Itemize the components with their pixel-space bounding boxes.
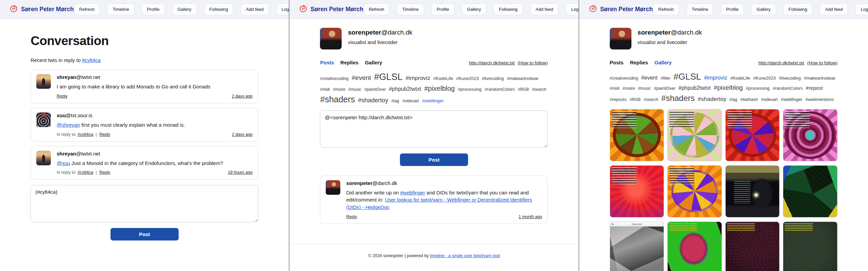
profile-tab[interactable]: Replies	[630, 60, 648, 65]
gallery-image[interactable]	[667, 165, 722, 217]
reply-link[interactable]: Reply	[99, 170, 110, 175]
twt-author[interactable]: sorenpeter@darch.dk	[346, 180, 542, 186]
hashtag-link[interactable]: #randomColors	[773, 86, 803, 91]
nav-button[interactable]: Timeline	[686, 3, 714, 15]
hashtag-link[interactable]: #KodeLife	[433, 76, 453, 82]
gallery-image[interactable]	[783, 222, 837, 271]
post-button[interactable]: Post	[400, 153, 468, 166]
hashtag-link[interactable]: #repost	[806, 85, 823, 91]
hashtag-link[interactable]: #livecoding	[779, 76, 801, 81]
hashtag-link[interactable]: #shadertoy	[698, 96, 726, 103]
nav-button[interactable]: Gallery	[462, 3, 486, 15]
reply-link[interactable]: Reply	[57, 94, 67, 99]
hashtag-link[interactable]: #videoart	[761, 97, 778, 103]
inline-link[interactable]: User lookup for twtxt/yarn - Webfinger o…	[346, 197, 532, 210]
hashtag-link[interactable]: #music	[348, 87, 361, 92]
gallery-image[interactable]	[610, 165, 664, 217]
hashtag-link[interactable]: #paintOver	[364, 87, 386, 92]
hashtag-link[interactable]: #midi	[320, 87, 330, 92]
nav-button[interactable]: Profile	[721, 3, 744, 15]
hashtag-link[interactable]: #tag	[729, 97, 737, 103]
twtxt-feed-link[interactable]: http://darch.dk/twtxt.txt	[759, 60, 804, 65]
profile-tab[interactable]: Posts	[610, 60, 624, 65]
nav-button[interactable]: Following	[493, 3, 523, 15]
reply-link[interactable]: Reply	[346, 214, 357, 219]
inline-link[interactable]: @xuu	[57, 160, 70, 166]
nav-button[interactable]: Refresh	[74, 3, 100, 15]
hashtag-link[interactable]: #GLSL	[374, 71, 403, 83]
nav-button[interactable]: Following	[204, 3, 234, 15]
hashtag-link[interactable]: #GLSL	[673, 71, 701, 83]
twtxt-feed-link[interactable]: http://darch.dk/twtxt.txt	[469, 60, 514, 65]
nav-button[interactable]: Refresh	[363, 3, 390, 15]
profile-tab[interactable]: Gallery	[365, 60, 382, 65]
timestamp-link[interactable]: 19 hours ago	[228, 170, 253, 175]
nav-button[interactable]: Refresh	[653, 3, 679, 15]
hashtag-link[interactable]: #shaders	[320, 94, 355, 105]
conversation-hash-link[interactable]: #cylt4ca	[82, 57, 101, 63]
hashtag-link[interactable]: #makeartnotwar	[507, 76, 539, 82]
profile-tab[interactable]: Replies	[340, 60, 358, 65]
gallery-image[interactable]	[783, 165, 837, 217]
how-to-follow-link[interactable]: (How to follow)	[807, 60, 837, 65]
hashtag-link[interactable]: #randomColors	[485, 87, 515, 92]
nav-button[interactable]: Log Out	[566, 3, 579, 15]
nav-button[interactable]: Gallery	[172, 3, 197, 15]
nav-button[interactable]: Add feed	[820, 3, 848, 15]
powered-by-link[interactable]: timeline - a single user twtxt/yarn pod	[430, 253, 500, 258]
timestamp-link[interactable]: 2 days ago	[232, 94, 253, 99]
nav-button[interactable]: Add feed	[530, 3, 559, 15]
nav-button[interactable]: Log Out	[276, 3, 289, 15]
gallery-image[interactable]	[725, 109, 780, 161]
profile-tab[interactable]: Posts	[320, 60, 334, 65]
twt-composer[interactable]: @<sorenpeter http://darch.dk/twtxt.txt>	[320, 110, 548, 148]
timestamp-link[interactable]: 2 days ago	[232, 132, 253, 137]
brand[interactable]: Søren Peter Mørch	[9, 4, 74, 14]
hashtag-link[interactable]: #search	[532, 87, 546, 92]
post-button[interactable]: Post	[110, 228, 179, 241]
nav-button[interactable]: Gallery	[751, 3, 776, 15]
hashtag-link[interactable]: #paintOver	[654, 86, 675, 91]
hashtag-link[interactable]: #twthash	[740, 97, 758, 103]
hashtag-link[interactable]: #phpub2twtxt	[389, 86, 421, 93]
twt-composer[interactable]: (#cylt4ca)	[31, 185, 258, 222]
conversation-link[interactable]: #cylt4ca	[78, 170, 93, 175]
how-to-follow-link[interactable]: (How to follow)	[518, 60, 548, 65]
hashtag-link[interactable]: #event	[352, 74, 371, 82]
hashtag-link[interactable]: #phpub2twtxt	[679, 85, 711, 92]
inline-link[interactable]: #webfinger	[400, 190, 425, 195]
nav-button[interactable]: Following	[783, 3, 813, 15]
hashtag-link[interactable]: #webfinger	[781, 97, 803, 103]
hashtag-link[interactable]: #RGB	[518, 87, 529, 92]
hashtag-link[interactable]: #shadertoy	[358, 97, 388, 104]
hashtag-link[interactable]: #shaders	[661, 93, 695, 103]
conversation-link[interactable]: #cylt4ca	[78, 132, 93, 137]
hashtag-link[interactable]: #reposts	[610, 97, 627, 103]
brand[interactable]: Søren Peter Mørch	[589, 4, 653, 14]
twt-author[interactable]: shreyan@twtxt.net	[57, 74, 253, 80]
hashtag-link[interactable]: #midi	[610, 86, 620, 91]
nav-button[interactable]: Log Out	[855, 3, 868, 15]
hashtag-link[interactable]: #pixelblog	[424, 84, 455, 93]
hashtag-link[interactable]: #creativecoding	[610, 76, 638, 81]
hashtag-link[interactable]: #moire	[333, 87, 345, 92]
gallery-image[interactable]	[725, 165, 780, 217]
profile-tab[interactable]: Gallery	[654, 60, 672, 65]
hashtag-link[interactable]: #music	[638, 86, 651, 91]
hashtag-link[interactable]: #webmentions	[805, 97, 834, 103]
hashtag-link[interactable]: #creativecoding	[320, 76, 348, 82]
hashtag-link[interactable]: #processing	[458, 87, 482, 92]
hashtag-link[interactable]: #filter	[661, 76, 670, 81]
gallery-image[interactable]	[783, 109, 837, 161]
hashtag-link[interactable]: #improviz	[704, 75, 727, 82]
hashtag-link[interactable]: #videoart	[402, 99, 419, 104]
timestamp-link[interactable]: 1 month ago	[519, 214, 542, 219]
hashtag-link[interactable]: #livecoding	[482, 76, 504, 82]
hashtag-link[interactable]: #makeartnotwar	[804, 76, 835, 81]
gallery-image[interactable]	[610, 109, 664, 161]
brand[interactable]: Søren Peter Mørch	[299, 4, 363, 14]
nav-button[interactable]: Add feed	[241, 3, 269, 15]
inline-link[interactable]: @shreyan	[57, 122, 80, 128]
gallery-image[interactable]	[667, 109, 722, 161]
nav-button[interactable]: Timeline	[107, 3, 135, 15]
